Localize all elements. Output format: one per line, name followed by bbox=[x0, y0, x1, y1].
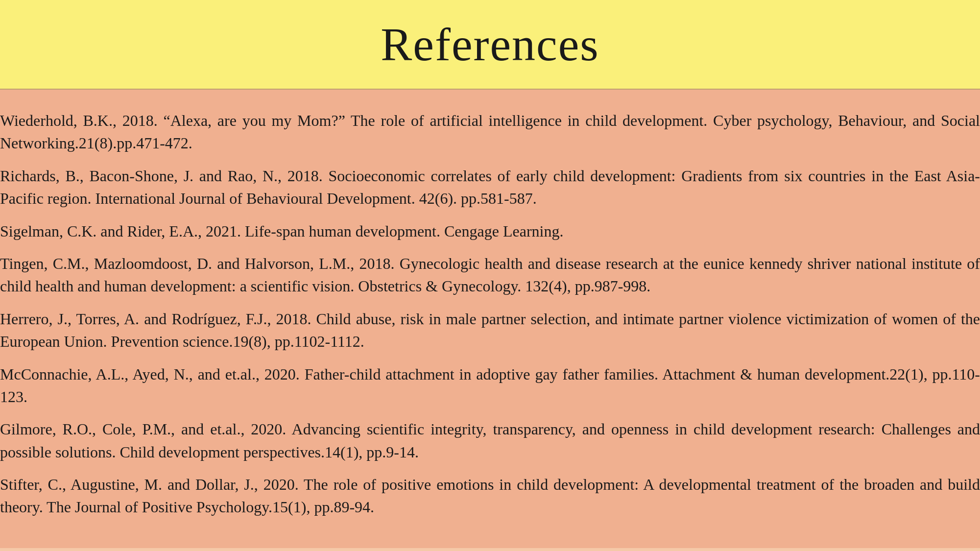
reference-item: Gilmore, R.O., Cole, P.M., and et.al., 2… bbox=[0, 418, 980, 463]
reference-text: McConnachie, A.L., Ayed, N., and et.al.,… bbox=[0, 363, 980, 408]
reference-item: Richards, B., Bacon-Shone, J. and Rao, N… bbox=[0, 165, 980, 210]
reference-item: Sigelman, C.K. and Rider, E.A., 2021. Li… bbox=[0, 220, 980, 242]
reference-text: Tingen, C.M., Mazloomdoost, D. and Halvo… bbox=[0, 252, 980, 298]
page-title: References bbox=[381, 17, 599, 72]
page-header: References bbox=[0, 0, 980, 90]
reference-item: Stifter, C., Augustine, M. and Dollar, J… bbox=[0, 473, 980, 519]
reference-item: Tingen, C.M., Mazloomdoost, D. and Halvo… bbox=[0, 252, 980, 298]
reference-item: McConnachie, A.L., Ayed, N., and et.al.,… bbox=[0, 363, 980, 408]
reference-item: Wiederhold, B.K., 2018. “Alexa, are you … bbox=[0, 109, 980, 155]
reference-text: Richards, B., Bacon-Shone, J. and Rao, N… bbox=[0, 165, 980, 210]
reference-text: Stifter, C., Augustine, M. and Dollar, J… bbox=[0, 473, 980, 519]
reference-text: Wiederhold, B.K., 2018. “Alexa, are you … bbox=[0, 109, 980, 155]
reference-item: Herrero, J., Torres, A. and Rodríguez, F… bbox=[0, 308, 980, 353]
references-content: Wiederhold, B.K., 2018. “Alexa, are you … bbox=[0, 90, 980, 548]
reference-text: Herrero, J., Torres, A. and Rodríguez, F… bbox=[0, 308, 980, 353]
reference-text: Gilmore, R.O., Cole, P.M., and et.al., 2… bbox=[0, 418, 980, 463]
reference-text: Sigelman, C.K. and Rider, E.A., 2021. Li… bbox=[0, 220, 980, 242]
